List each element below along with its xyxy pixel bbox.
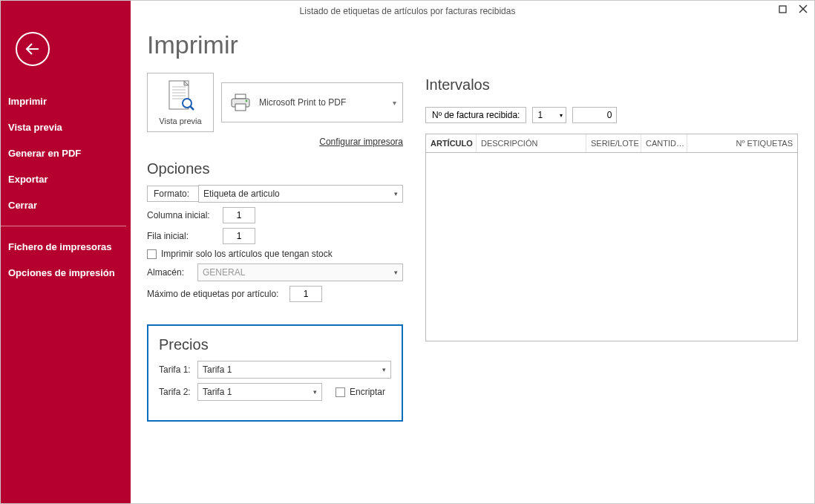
tarifa2-value: Tarifa 1 xyxy=(203,387,232,397)
configure-printer-link[interactable]: Configurar impresora xyxy=(147,137,403,147)
sidebar: Imprimir Vista previa Generar en PDF Exp… xyxy=(1,1,131,503)
columna-inicial-label: Columna inicial: xyxy=(147,210,223,220)
page-title: Imprimir xyxy=(147,30,403,59)
factura-to-input[interactable] xyxy=(572,107,617,123)
sidebar-item-opciones-impresion[interactable]: Opciones de impresión xyxy=(1,260,131,286)
chevron-down-icon: ▾ xyxy=(313,388,317,396)
chevron-down-icon: ▾ xyxy=(394,190,398,197)
col-cantidad[interactable]: CANTID… xyxy=(641,134,687,152)
vista-previa-button[interactable]: Vista previa xyxy=(147,73,214,132)
stock-checkbox[interactable] xyxy=(147,249,157,259)
svg-point-16 xyxy=(246,100,248,102)
precios-heading: Precios xyxy=(159,336,391,353)
almacen-combo: GENERAL ▾ xyxy=(197,264,403,281)
formato-combo[interactable]: Etiqueta de articulo ▾ xyxy=(198,185,403,203)
tarifa2-label: Tarifa 2: xyxy=(159,387,197,397)
tarifa1-value: Tarifa 1 xyxy=(203,364,232,375)
almacen-label: Almacén: xyxy=(147,267,197,278)
almacen-value: GENERAL xyxy=(203,267,245,278)
fila-inicial-label: Fila inicial: xyxy=(147,231,223,241)
sidebar-separator xyxy=(1,226,126,226)
factura-from-value: 1 xyxy=(537,110,543,120)
document-preview-icon xyxy=(166,79,194,114)
printer-icon xyxy=(229,93,252,112)
printer-name: Microsoft Print to PDF xyxy=(259,97,346,108)
svg-line-12 xyxy=(190,106,194,110)
back-button[interactable] xyxy=(16,32,50,66)
svg-rect-13 xyxy=(235,94,246,99)
maximize-button[interactable] xyxy=(776,2,789,16)
factura-from-combo[interactable]: 1 ▾ xyxy=(532,107,566,123)
chevron-down-icon: ▾ xyxy=(393,99,396,107)
factura-label: Nº de factura recibida: xyxy=(425,107,526,123)
fila-inicial-input[interactable] xyxy=(223,228,255,244)
vista-previa-label: Vista previa xyxy=(159,117,201,125)
window-title: Listado de etiquetas de artículos por fa… xyxy=(300,6,516,16)
sidebar-item-generar-pdf[interactable]: Generar en PDF xyxy=(1,140,131,166)
sidebar-item-fichero-impresoras[interactable]: Fichero de impresoras xyxy=(1,234,131,260)
sidebar-item-imprimir[interactable]: Imprimir xyxy=(1,88,131,114)
svg-rect-0 xyxy=(779,6,786,13)
chevron-down-icon: ▾ xyxy=(382,366,386,373)
svg-rect-15 xyxy=(235,104,246,111)
stock-checkbox-label: Imprimir solo los artículos que tengan s… xyxy=(161,249,333,259)
col-descripcion[interactable]: DESCRIPCIÓN xyxy=(477,134,586,152)
printer-selector[interactable]: Microsoft Print to PDF ▾ xyxy=(221,82,403,122)
tarifa1-combo[interactable]: Tarifa 1 ▾ xyxy=(197,361,391,379)
tarifa1-label: Tarifa 1: xyxy=(159,364,197,375)
col-articulo[interactable]: ARTÍCULO xyxy=(426,134,477,152)
sidebar-item-vista-previa[interactable]: Vista previa xyxy=(1,114,131,140)
columna-inicial-input[interactable] xyxy=(223,207,255,223)
opciones-heading: Opciones xyxy=(147,160,403,177)
max-etiquetas-input[interactable] xyxy=(289,286,322,302)
chevron-down-icon: ▾ xyxy=(560,112,563,119)
formato-label: Formato: xyxy=(147,186,199,202)
col-serie-lote[interactable]: SERIE/LOTE xyxy=(586,134,641,152)
sidebar-item-exportar[interactable]: Exportar xyxy=(1,166,131,192)
chevron-down-icon: ▾ xyxy=(394,269,398,276)
col-etiquetas[interactable]: Nº ETIQUETAS xyxy=(687,134,797,152)
precios-group: Precios Tarifa 1: Tarifa 1 ▾ Tarifa 2: T… xyxy=(147,324,403,422)
tarifa2-combo[interactable]: Tarifa 1 ▾ xyxy=(197,383,322,401)
encriptar-label: Encriptar xyxy=(350,387,385,397)
encriptar-checkbox[interactable] xyxy=(336,387,345,397)
close-button[interactable] xyxy=(796,2,810,16)
max-etiquetas-label: Máximo de etiquetas por artículo: xyxy=(147,289,289,299)
grid-header-row: ARTÍCULO DESCRIPCIÓN SERIE/LOTE CANTID… … xyxy=(426,134,797,153)
sidebar-item-cerrar[interactable]: Cerrar xyxy=(1,192,131,218)
intervalos-heading: Intervalos xyxy=(425,76,798,94)
articles-grid[interactable]: ARTÍCULO DESCRIPCIÓN SERIE/LOTE CANTID… … xyxy=(425,134,798,341)
formato-value: Etiqueta de articulo xyxy=(203,189,280,199)
